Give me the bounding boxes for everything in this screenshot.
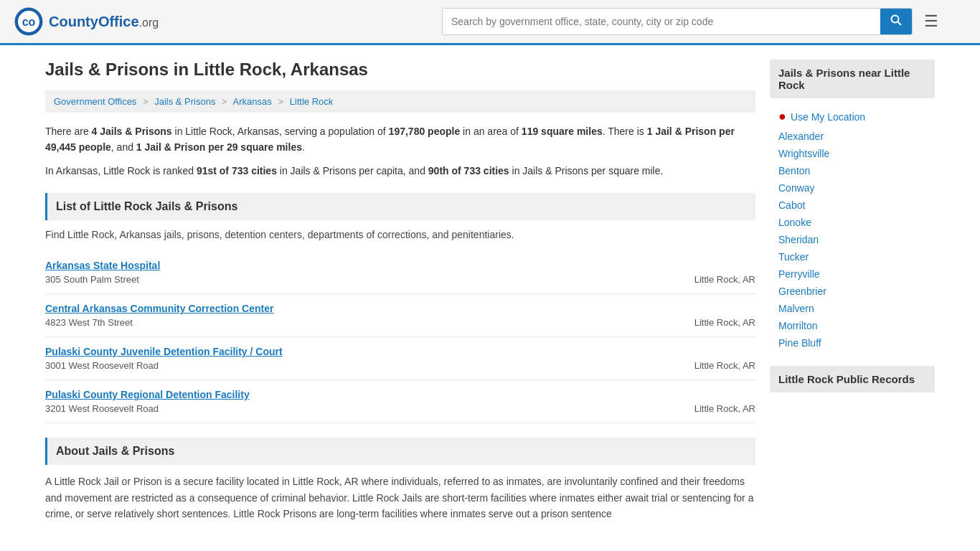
facility-address: 3201 West Roosevelt Road xyxy=(45,403,159,414)
facility-item: Arkansas State Hospital 305 South Palm S… xyxy=(45,251,755,294)
facility-info: Pulaski County Juvenile Detention Facili… xyxy=(45,346,680,371)
list-item: Alexander xyxy=(778,128,926,145)
list-item: Sheridan xyxy=(778,231,926,248)
sidebar-nearby-section: Jails & Prisons near Little Rock ● Use M… xyxy=(770,60,935,352)
facility-name-link[interactable]: Central Arkansas Community Correction Ce… xyxy=(45,303,680,314)
list-section-header: List of Little Rock Jails & Prisons xyxy=(45,193,755,220)
list-item: Greenbrier xyxy=(778,283,926,300)
list-item: Cabot xyxy=(778,197,926,214)
menu-button[interactable]: ☰ xyxy=(918,9,944,34)
logo-icon: co xyxy=(14,7,43,36)
breadcrumb: Government Offices > Jails & Prisons > A… xyxy=(45,90,755,113)
sidebar-city-link[interactable]: Alexander xyxy=(778,131,824,142)
facility-info: Central Arkansas Community Correction Ce… xyxy=(45,303,680,328)
sidebar-city-link[interactable]: Perryville xyxy=(778,268,820,280)
list-item: Benton xyxy=(778,162,926,179)
sidebar-city-link[interactable]: Morrilton xyxy=(778,320,817,331)
breadcrumb-gov-offices[interactable]: Government Offices xyxy=(54,96,136,107)
facility-name-link[interactable]: Pulaski County Juvenile Detention Facili… xyxy=(45,346,680,357)
sidebar-city-link[interactable]: Malvern xyxy=(778,303,814,314)
stats-paragraph-1: There are 4 Jails & Prisons in Little Ro… xyxy=(45,123,755,156)
use-my-location-label: Use My Location xyxy=(791,111,865,123)
facility-city: Little Rock, AR xyxy=(694,303,755,328)
svg-text:co: co xyxy=(22,16,36,28)
sidebar-city-link[interactable]: Benton xyxy=(778,165,810,176)
facility-item: Central Arkansas Community Correction Ce… xyxy=(45,294,755,337)
use-my-location-button[interactable]: ● Use My Location xyxy=(770,105,874,128)
facility-name-link[interactable]: Arkansas State Hospital xyxy=(45,260,680,271)
facility-address: 3001 West Roosevelt Road xyxy=(45,360,159,371)
facility-city: Little Rock, AR xyxy=(694,389,755,414)
sidebar-city-link[interactable]: Greenbrier xyxy=(778,286,826,297)
sidebar-nearby-title: Jails & Prisons near Little Rock xyxy=(770,60,935,98)
list-section: List of Little Rock Jails & Prisons Find… xyxy=(45,193,755,423)
list-subtitle: Find Little Rock, Arkansas jails, prison… xyxy=(45,229,755,240)
facility-city: Little Rock, AR xyxy=(694,346,755,371)
facility-item: Pulaski County Juvenile Detention Facili… xyxy=(45,337,755,380)
facility-name-link[interactable]: Pulaski County Regional Detention Facili… xyxy=(45,389,680,400)
stats-section: There are 4 Jails & Prisons in Little Ro… xyxy=(45,123,755,179)
about-text: A Little Rock Jail or Prison is a secure… xyxy=(45,474,755,522)
nearby-cities-list: Alexander Wrightsville Benton Conway Cab… xyxy=(770,128,935,352)
list-item: Wrightsville xyxy=(778,145,926,162)
sidebar-city-link[interactable]: Pine Bluff xyxy=(778,337,821,349)
list-item: Pine Bluff xyxy=(778,334,926,352)
search-input[interactable] xyxy=(443,9,880,34)
breadcrumb-jails[interactable]: Jails & Prisons xyxy=(154,96,215,107)
facility-info: Arkansas State Hospital 305 South Palm S… xyxy=(45,260,680,285)
breadcrumb-arkansas[interactable]: Arkansas xyxy=(233,96,272,107)
main-content: Jails & Prisons in Little Rock, Arkansas… xyxy=(45,60,755,522)
list-item: Lonoke xyxy=(778,214,926,231)
search-box xyxy=(442,8,913,35)
list-item: Malvern xyxy=(778,300,926,317)
list-item: Morrilton xyxy=(778,317,926,334)
site-header: co CountyOffice.org ☰ xyxy=(0,0,980,45)
sidebar-city-link[interactable]: Lonoke xyxy=(778,217,811,228)
facility-address: 4823 West 7th Street xyxy=(45,317,133,328)
list-item: Tucker xyxy=(778,248,926,265)
stats-paragraph-2: In Arkansas, Little Rock is ranked 91st … xyxy=(45,163,755,179)
sidebar-city-link[interactable]: Tucker xyxy=(778,251,809,263)
logo-area: co CountyOffice.org xyxy=(14,7,159,36)
sidebar-city-link[interactable]: Cabot xyxy=(778,199,805,211)
about-section: About Jails & Prisons A Little Rock Jail… xyxy=(45,438,755,522)
sidebar-public-records-title: Little Rock Public Records xyxy=(770,366,935,392)
svg-point-3 xyxy=(892,16,899,23)
location-pin-icon: ● xyxy=(778,109,786,124)
facility-info: Pulaski County Regional Detention Facili… xyxy=(45,389,680,414)
list-item: Conway xyxy=(778,179,926,197)
search-icon xyxy=(890,14,902,26)
breadcrumb-little-rock[interactable]: Little Rock xyxy=(290,96,334,107)
about-section-header: About Jails & Prisons xyxy=(45,438,755,465)
page-title: Jails & Prisons in Little Rock, Arkansas xyxy=(45,60,755,80)
logo-text: CountyOffice.org xyxy=(49,14,159,30)
sidebar-city-link[interactable]: Wrightsville xyxy=(778,148,829,159)
list-item: Perryville xyxy=(778,265,926,283)
search-area: ☰ xyxy=(442,8,944,35)
sidebar: Jails & Prisons near Little Rock ● Use M… xyxy=(770,60,935,522)
sidebar-city-link[interactable]: Conway xyxy=(778,182,815,194)
svg-line-4 xyxy=(898,22,902,26)
facility-item: Pulaski County Regional Detention Facili… xyxy=(45,380,755,423)
search-button[interactable] xyxy=(880,9,912,34)
facility-address: 305 South Palm Street xyxy=(45,274,139,285)
page-container: Jails & Prisons in Little Rock, Arkansas… xyxy=(31,45,949,536)
facility-city: Little Rock, AR xyxy=(694,260,755,285)
sidebar-city-link[interactable]: Sheridan xyxy=(778,234,819,245)
